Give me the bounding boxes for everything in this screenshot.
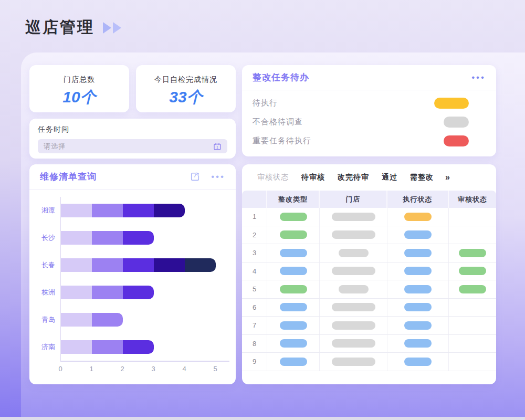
row-number: 3 xyxy=(253,249,256,257)
table-cell xyxy=(449,226,496,244)
filter-label: 审核状态 xyxy=(257,173,289,182)
row-number-cell: 6 xyxy=(242,299,267,317)
stat-card-store-total: 门店总数 10个 xyxy=(29,65,129,112)
bar-segment xyxy=(92,313,123,327)
row-number-cell: 2 xyxy=(242,226,267,244)
row-number-cell: 7 xyxy=(242,317,267,334)
filter-option-2[interactable]: 改完待审 xyxy=(338,173,369,182)
bar-segment xyxy=(92,231,123,245)
ellipsis-menu-icon[interactable]: ••• xyxy=(471,75,486,80)
status-pill-blue xyxy=(404,339,432,348)
row-number-cell: 5 xyxy=(242,280,267,298)
table-body: 123456789 xyxy=(242,208,496,371)
task-time-date-input[interactable]: 请选择 1 xyxy=(38,139,227,153)
table-row[interactable]: 8 xyxy=(242,335,496,353)
task-time-label: 任务时间 xyxy=(38,125,227,134)
table-row[interactable]: 7 xyxy=(242,317,496,335)
filter-options-container: 待审核改完待审通过需整改 xyxy=(289,173,434,182)
table-cell xyxy=(320,317,387,334)
todo-status-pill xyxy=(444,117,469,128)
bar-segment xyxy=(61,231,92,245)
row-number-cell: 9 xyxy=(242,353,267,371)
table-cell xyxy=(267,317,320,334)
table-cell xyxy=(267,280,320,298)
table-cell xyxy=(387,280,449,298)
table-cell xyxy=(387,317,449,334)
status-pill-gray xyxy=(332,213,375,221)
table-row[interactable]: 9 xyxy=(242,353,496,371)
todo-status-pill xyxy=(444,135,469,146)
status-pill-blue xyxy=(404,267,432,275)
table-cell xyxy=(449,244,496,262)
table-cell xyxy=(320,244,387,262)
todo-item-label: 不合格待调查 xyxy=(253,117,303,127)
filter-option-4[interactable]: 需整改 xyxy=(410,173,434,182)
header-cell: 门店 xyxy=(320,191,387,208)
table-row[interactable]: 6 xyxy=(242,299,496,317)
table-cell xyxy=(449,208,496,226)
table-row[interactable]: 4 xyxy=(242,262,496,281)
todo-status-pill xyxy=(434,98,469,109)
x-axis-tick-label: 0 xyxy=(58,365,62,373)
bar-segment xyxy=(92,340,123,354)
stat-value: 33个 xyxy=(136,87,236,108)
todo-item[interactable]: 待执行 xyxy=(253,93,486,112)
status-pill-blue xyxy=(280,303,307,311)
stacked-bar xyxy=(61,313,123,327)
table-row[interactable]: 5 xyxy=(242,280,496,299)
todo-item[interactable]: 不合格待调查 xyxy=(253,112,486,131)
status-pill-blue xyxy=(280,339,307,348)
status-pill-green xyxy=(459,249,486,257)
header-cell: 整改类型 xyxy=(267,191,320,208)
chart-category-label: 湘潭 xyxy=(29,206,60,215)
chart-category-row: 青岛 xyxy=(29,306,229,333)
filter-option-3[interactable]: 通过 xyxy=(382,173,397,182)
table-cell xyxy=(387,262,449,280)
status-pill-blue xyxy=(404,321,432,330)
table-cell xyxy=(320,208,387,226)
x-axis-tick-label: 5 xyxy=(213,365,217,373)
table-cell xyxy=(387,226,449,244)
bar-segment xyxy=(123,231,154,245)
bar-segment xyxy=(123,340,154,354)
table-cell xyxy=(387,244,449,262)
table-cell xyxy=(267,353,320,371)
stat-label: 今日自检完成情况 xyxy=(136,75,236,85)
repair-panel-title: 维修清单查询 xyxy=(40,171,97,183)
svg-text:1: 1 xyxy=(216,145,218,149)
table-cell xyxy=(267,335,320,353)
todo-list: 待执行不合格待调查重要任务待执行 xyxy=(242,90,496,150)
table-row[interactable]: 3 xyxy=(242,244,496,262)
bar-segment xyxy=(123,258,154,272)
table-cell xyxy=(320,335,387,353)
ellipsis-menu-icon[interactable]: ••• xyxy=(211,174,225,180)
filter-more-chevron[interactable]: » xyxy=(445,173,450,182)
status-pill-gray xyxy=(332,358,375,366)
status-pill-gray xyxy=(339,249,369,257)
table-row[interactable]: 2 xyxy=(242,226,496,245)
table-cell xyxy=(449,335,496,353)
todo-panel-title: 整改任务待办 xyxy=(253,71,309,83)
status-pill-blue xyxy=(404,303,432,311)
bar-segment xyxy=(185,258,216,272)
todo-item[interactable]: 重要任务待执行 xyxy=(253,131,486,150)
row-number: 5 xyxy=(253,285,256,293)
stacked-bar xyxy=(61,286,154,299)
filter-option-1[interactable]: 待审核 xyxy=(301,173,325,182)
row-number-cell: 1 xyxy=(242,208,267,226)
table-row[interactable]: 1 xyxy=(242,208,496,226)
share-icon[interactable] xyxy=(190,171,201,182)
chart-plot-area xyxy=(60,197,229,224)
status-pill-blue xyxy=(280,358,307,366)
chart-plot-area xyxy=(60,224,229,251)
bar-segment xyxy=(61,204,92,217)
bar-segment xyxy=(123,286,154,299)
chart-plot-area xyxy=(60,333,229,361)
table-cell xyxy=(387,208,449,226)
stat-label: 门店总数 xyxy=(29,75,129,85)
table-cell xyxy=(449,262,496,280)
row-number: 4 xyxy=(253,267,256,275)
table-cell xyxy=(267,299,320,317)
status-pill-green xyxy=(280,230,307,239)
bottom-edge-strip xyxy=(0,417,525,420)
